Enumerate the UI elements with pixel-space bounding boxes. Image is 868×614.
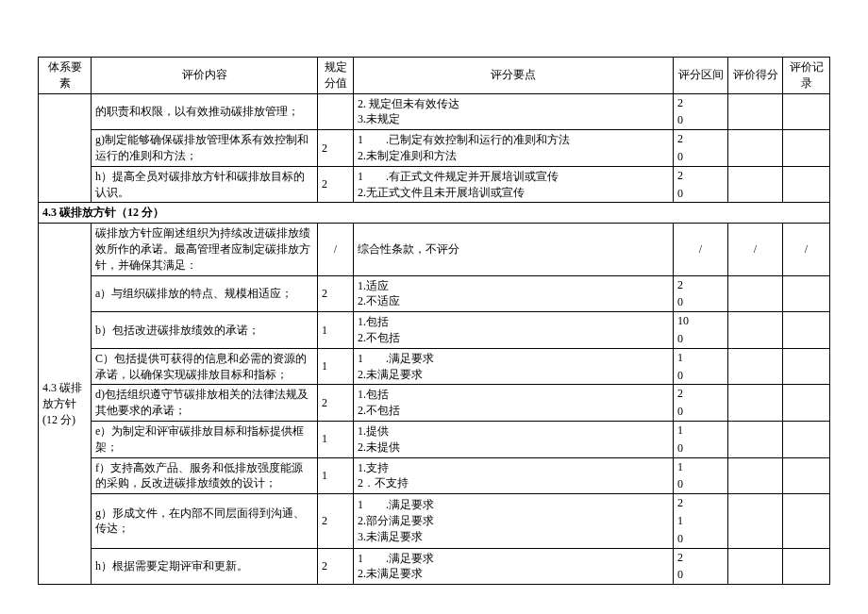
table-row: C）包括提供可获得的信息和必需的资源的承诺，以确保实现碳排放目标和指标；11 .… <box>39 348 830 385</box>
table-row: a）与组织碳排放的特点、规模相适应；21.适应 2.不适应20 <box>39 275 830 312</box>
content-cell: a）与组织碳排放的特点、规模相适应； <box>92 275 318 312</box>
score-cell: 2 <box>318 275 354 312</box>
eval-cell <box>728 457 783 494</box>
content-cell: g）形成文件，在内部不同层面得到沟通、传达； <box>92 494 318 548</box>
range-cell: 10 <box>674 457 728 494</box>
table-body: 的职责和权限，以有效推动碳排放管理；2. 规定但未有效传达 3.未规定20g)制… <box>39 93 830 585</box>
table-row: f）支持高效产品、服务和低排放强度能源的采购，反改进碳排放绩效的设计；11.支持… <box>39 457 830 494</box>
content-cell: f）支持高效产品、服务和低排放强度能源的采购，反改进碳排放绩效的设计； <box>92 457 318 494</box>
points-cell: 1.包括 2.不包括 <box>354 312 674 349</box>
table-row: g）形成文件，在内部不同层面得到沟通、传达；21 .满足要求 2.部分满足要求 … <box>39 494 830 548</box>
eval-cell <box>728 312 783 349</box>
range-cell: 20 <box>674 548 728 585</box>
record-cell <box>783 548 830 585</box>
range-cell: 20 <box>674 93 728 130</box>
content-cell: g)制定能够确保碳排放管理体系有效控制和运行的准则和方法； <box>92 130 318 167</box>
eval-cell <box>728 494 783 548</box>
range-cell: 210 <box>674 494 728 548</box>
points-cell: 1.适应 2.不适应 <box>354 275 674 312</box>
score-cell: 1 <box>318 348 354 385</box>
range-cell: 20 <box>674 385 728 422</box>
eval-cell <box>728 130 783 167</box>
table-row: g)制定能够确保碳排放管理体系有效控制和运行的准则和方法；21 .已制定有效控制… <box>39 130 830 167</box>
score-cell: 2 <box>318 130 354 167</box>
content-cell: 的职责和权限，以有效推动碳排放管理； <box>92 93 318 130</box>
range-cell: 10 <box>674 421 728 457</box>
score-cell: / <box>318 224 354 275</box>
table-row: 的职责和权限，以有效推动碳排放管理；2. 规定但未有效传达 3.未规定20 <box>39 93 830 130</box>
points-cell: 1 .有正式文件规定并开展培训或宣传 2.无正式文件且未开展培训或宣传 <box>354 166 674 203</box>
eval-cell <box>728 421 783 457</box>
header-range: 评分区间 <box>674 58 728 94</box>
points-cell: 1 .满足要求 2.未满足要求 <box>354 348 674 385</box>
score-cell: 1 <box>318 312 354 349</box>
table-row: h）提高全员对碳排放方针和碳排放目标的认识。21 .有正式文件规定并开展培训或宣… <box>39 166 830 203</box>
evaluation-table: 体系要素 评价内容 规定分值 评分要点 评分区间 评价得分 评价记录 的职责和权… <box>38 57 830 585</box>
record-cell <box>783 166 830 203</box>
content-cell: e）为制定和评审碳排放目标和指标提供框架； <box>92 421 318 457</box>
range-cell: 20 <box>674 130 728 167</box>
points-cell: 1.包括 2.不包括 <box>354 385 674 422</box>
record-cell: / <box>783 224 830 275</box>
range-cell: 20 <box>674 166 728 203</box>
record-cell <box>783 348 830 385</box>
content-cell: 碳排放方针应阐述组织为持续改进碳排放绩效所作的承诺。最高管理者应制定碳排放方针，… <box>92 224 318 275</box>
score-cell: 2 <box>318 385 354 422</box>
score-cell: 2 <box>318 548 354 585</box>
score-cell: 1 <box>318 457 354 494</box>
table-row: e）为制定和评审碳排放目标和指标提供框架；11.提供 2.未提供10 <box>39 421 830 457</box>
eval-cell <box>728 548 783 585</box>
table-row: 4.3 碳排放方针 (12 分)碳排放方针应阐述组织为持续改进碳排放绩效所作的承… <box>39 224 830 275</box>
record-cell <box>783 312 830 349</box>
content-cell: b）包括改进碳排放绩效的承诺； <box>92 312 318 349</box>
eval-cell <box>728 93 783 130</box>
eval-cell <box>728 348 783 385</box>
points-cell: 1 .满足要求 2.部分满足要求 3.未满足要求 <box>354 494 674 548</box>
header-rec: 评价记录 <box>783 58 830 94</box>
points-cell: 1.提供 2.未提供 <box>354 421 674 457</box>
table-row: b）包括改进碳排放绩效的承诺；11.包括 2.不包括100 <box>39 312 830 349</box>
eval-cell <box>728 385 783 422</box>
points-cell: 2. 规定但未有效传达 3.未规定 <box>354 93 674 130</box>
header-sys: 体系要素 <box>39 58 92 94</box>
header-score: 规定分值 <box>318 58 354 94</box>
table-row: h）根据需要定期评审和更新。21 .满足要求 2.未满足要求20 <box>39 548 830 585</box>
score-cell: 2 <box>318 166 354 203</box>
score-cell: 2 <box>318 494 354 548</box>
section-header-row: 4.3 碳排放方针（12 分） <box>39 203 830 224</box>
eval-cell <box>728 275 783 312</box>
record-cell <box>783 421 830 457</box>
sys-cell-pre <box>39 93 92 203</box>
points-cell: 1 .满足要求 2.未满足要求 <box>354 548 674 585</box>
content-cell: d)包括组织遵守节碳排放相关的法律法规及其他要求的承诺； <box>92 385 318 422</box>
record-cell <box>783 385 830 422</box>
table-header-row: 体系要素 评价内容 规定分值 评分要点 评分区间 评价得分 评价记录 <box>39 58 830 94</box>
record-cell <box>783 494 830 548</box>
content-cell: h）根据需要定期评审和更新。 <box>92 548 318 585</box>
content-cell: h）提高全员对碳排放方针和碳排放目标的认识。 <box>92 166 318 203</box>
range-cell: 20 <box>674 275 728 312</box>
content-cell: C）包括提供可获得的信息和必需的资源的承诺，以确保实现碳排放目标和指标； <box>92 348 318 385</box>
points-cell: 1 .已制定有效控制和运行的准则和方法 2.未制定准则和方法 <box>354 130 674 167</box>
record-cell <box>783 457 830 494</box>
points-cell: 1.支持 2．不支持 <box>354 457 674 494</box>
points-cell: 综合性条款，不评分 <box>354 224 674 275</box>
record-cell <box>783 93 830 130</box>
eval-cell: / <box>728 224 783 275</box>
score-cell <box>318 93 354 130</box>
record-cell <box>783 130 830 167</box>
score-cell: 1 <box>318 421 354 457</box>
record-cell <box>783 275 830 312</box>
range-cell: 100 <box>674 312 728 349</box>
sys-cell-4-3: 4.3 碳排放方针 (12 分) <box>39 224 92 585</box>
range-cell: 10 <box>674 348 728 385</box>
table-row: d)包括组织遵守节碳排放相关的法律法规及其他要求的承诺；21.包括 2.不包括2… <box>39 385 830 422</box>
header-content: 评价内容 <box>92 58 318 94</box>
header-points: 评分要点 <box>354 58 674 94</box>
eval-cell <box>728 166 783 203</box>
header-eval: 评价得分 <box>728 58 783 94</box>
range-cell: / <box>674 224 728 275</box>
section-4-3-title: 4.3 碳排放方针（12 分） <box>39 203 830 224</box>
